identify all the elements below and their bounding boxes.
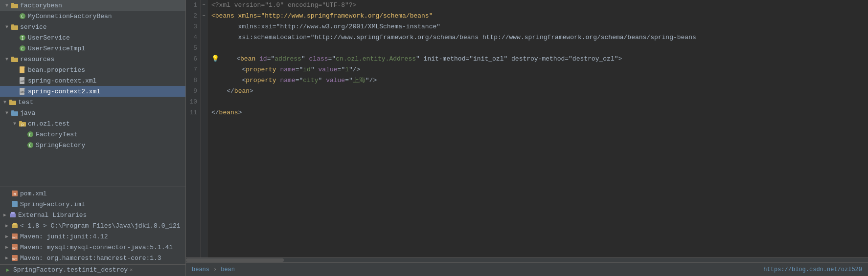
sidebar-item-maven-dep-1[interactable]: ▶mvnMaven: mysql:mysql-connector-java:5.… bbox=[0, 242, 185, 253]
sidebar-item-myconnectionfactorybean[interactable]: CMyConnetionFactoryBean bbox=[0, 11, 185, 21]
item-label: factorybean bbox=[20, 2, 62, 9]
svg-rect-37 bbox=[13, 223, 17, 225]
line-number-9: 9 bbox=[186, 86, 197, 97]
code-line-6: 💡 <bean id="address" class="cn.ozl.entit… bbox=[211, 54, 864, 64]
horizontal-scrollbar[interactable] bbox=[186, 257, 868, 262]
status-bar: beans › bean https://blog.csdn.net/ozl52… bbox=[186, 262, 868, 276]
code-line-8: <property name="city" value="上海"/> bbox=[211, 75, 864, 86]
sidebar-item-java-test[interactable]: ▼java bbox=[0, 107, 185, 118]
sidebar-item-service[interactable]: ▼service bbox=[0, 21, 185, 32]
fold-gutter: − − bbox=[201, 0, 207, 257]
code-line-5 bbox=[211, 43, 864, 54]
code-content[interactable]: <?xml version="1.0" encoding="UTF-8"?><b… bbox=[207, 0, 868, 257]
breadcrumb-sep: › bbox=[213, 266, 217, 273]
sdk-icon bbox=[11, 222, 19, 230]
file-icon: xml bbox=[19, 87, 26, 95]
lightbulb-icon[interactable]: 💡 bbox=[211, 55, 219, 63]
item-label: UserServiceImpl bbox=[28, 45, 85, 52]
svg-rect-36 bbox=[12, 224, 18, 228]
chevron-icon: ▶ bbox=[4, 234, 10, 239]
line-number-5: 5 bbox=[186, 43, 197, 54]
bottom-tree: mpom.xmlSpringFactory.iml▶External Libra… bbox=[0, 188, 185, 263]
lib-icon bbox=[9, 211, 17, 219]
breadcrumb-beans[interactable]: beans bbox=[192, 266, 209, 273]
item-label: resources bbox=[20, 56, 54, 63]
sidebar-item-maven-dep-0[interactable]: ▶mvnMaven: junit:junit:4.12 bbox=[0, 231, 185, 242]
chevron-icon: ▶ bbox=[4, 255, 10, 261]
sidebar-item-test[interactable]: ▼test bbox=[0, 97, 185, 107]
sidebar-item-resources[interactable]: ▼resources bbox=[0, 54, 185, 64]
sidebar-item-external-libraries[interactable]: ▶External Libraries bbox=[0, 210, 185, 220]
file-icon: I bbox=[19, 34, 26, 42]
file-icon: xml bbox=[19, 77, 26, 85]
file-icon bbox=[11, 55, 19, 63]
svg-marker-18 bbox=[24, 88, 25, 89]
fold-marker-11[interactable]: − bbox=[201, 11, 207, 21]
sidebar-item-springfactory-iml[interactable]: SpringFactory.iml bbox=[0, 199, 185, 210]
item-label: UserService bbox=[28, 34, 70, 42]
code-line-3: xmlns:xsi="http://www.w3.org/2001/XMLSch… bbox=[211, 21, 864, 32]
sdk-label: < 1.8 > C:\Program Files\Java\jdk1.8.0_1… bbox=[20, 222, 181, 230]
file-icon: C bbox=[19, 44, 26, 52]
run-icon: ▶ bbox=[4, 266, 12, 274]
sidebar-item-jdk18[interactable]: ▶< 1.8 > C:\Program Files\Java\jdk1.8.0_… bbox=[0, 220, 185, 231]
file-icon: C bbox=[19, 12, 26, 20]
svg-rect-21 bbox=[9, 100, 12, 101]
file-icon bbox=[11, 109, 19, 117]
item-label: java bbox=[20, 109, 35, 117]
svg-marker-13 bbox=[24, 66, 25, 67]
file-icon: C bbox=[26, 141, 34, 149]
sidebar-item-springfactory[interactable]: CSpringFactory bbox=[0, 140, 185, 150]
chevron-icon: ▼ bbox=[4, 110, 10, 116]
svg-rect-35 bbox=[11, 212, 15, 214]
file-icon bbox=[11, 1, 19, 9]
maven-icon: m bbox=[11, 190, 19, 197]
svg-rect-11 bbox=[11, 57, 14, 58]
sidebar-item-cn-ozl-test[interactable]: ▼pcn.ozl.test bbox=[0, 118, 185, 129]
code-line-4: xsi:schemaLocation="http://www.springfra… bbox=[211, 32, 864, 43]
code-area[interactable]: 1234567891011 − − <?xml version="1.0" en… bbox=[186, 0, 868, 257]
sidebar-item-spring-context[interactable]: xmlspring-context.xml bbox=[0, 75, 185, 86]
svg-text:C: C bbox=[21, 46, 23, 51]
file-icon bbox=[11, 23, 19, 31]
svg-rect-12 bbox=[20, 66, 24, 73]
file-tree: ▼factorybeanCMyConnetionFactoryBean▼serv… bbox=[0, 0, 185, 150]
svg-rect-0 bbox=[11, 4, 18, 8]
code-line-11: </beans> bbox=[211, 107, 864, 118]
line-numbers: 1234567891011 bbox=[186, 0, 201, 257]
fold-marker-6[interactable]: − bbox=[201, 0, 207, 11]
chevron-icon: ▶ bbox=[4, 223, 10, 229]
svg-text:I: I bbox=[21, 36, 23, 41]
sidebar: ▼factorybeanCMyConnetionFactoryBean▼serv… bbox=[0, 0, 186, 276]
scrollbar-thumb[interactable] bbox=[186, 258, 284, 262]
sidebar-item-factorybean[interactable]: ▼factorybean bbox=[0, 0, 185, 11]
chevron-icon: ▼ bbox=[2, 99, 8, 105]
file-icon bbox=[19, 66, 26, 74]
sidebar-item-userservice[interactable]: IUserService bbox=[0, 32, 185, 43]
chevron-icon: ▼ bbox=[4, 2, 10, 8]
line-number-6: 6 bbox=[186, 54, 197, 64]
sidebar-item-bean-properties[interactable]: bean.properties bbox=[0, 64, 185, 75]
sidebar-item-spring-context2[interactable]: xmlspring-context2.xml bbox=[0, 86, 185, 97]
breadcrumb-bean[interactable]: bean bbox=[221, 266, 235, 273]
svg-rect-10 bbox=[11, 58, 18, 62]
svg-rect-4 bbox=[11, 25, 18, 30]
svg-rect-34 bbox=[10, 213, 16, 217]
pom-label: pom.xml bbox=[20, 190, 47, 197]
maven-dep-icon: mvn bbox=[11, 233, 19, 240]
svg-text:mvn: mvn bbox=[12, 235, 18, 239]
gutter: 1234567891011 − − bbox=[186, 0, 207, 257]
item-label: spring-context.xml bbox=[28, 77, 96, 85]
item-label: service bbox=[20, 23, 47, 31]
sidebar-item-userserviceimpl[interactable]: CUserServiceImpl bbox=[0, 43, 185, 54]
item-label: SpringFactory bbox=[36, 142, 85, 149]
sidebar-item-pom-xml[interactable]: mpom.xml bbox=[0, 188, 185, 199]
run-suffix: × bbox=[130, 267, 133, 273]
sidebar-item-factorytest[interactable]: CFactoryTest bbox=[0, 129, 185, 140]
maven-dep-label: Maven: mysql:mysql-connector-java:5.1.41 bbox=[20, 244, 173, 251]
line-number-11: 11 bbox=[186, 107, 197, 118]
svg-text:m: m bbox=[14, 192, 16, 196]
bottom-link[interactable]: https://blog.csdn.net/ozl520 bbox=[763, 266, 862, 273]
run-item[interactable]: ▶ SpringFactory.testinit_destroy × bbox=[0, 264, 185, 275]
sidebar-item-maven-dep-2[interactable]: ▶mvnMaven: org.hamcrest:hamcrest-core:1.… bbox=[0, 253, 185, 263]
